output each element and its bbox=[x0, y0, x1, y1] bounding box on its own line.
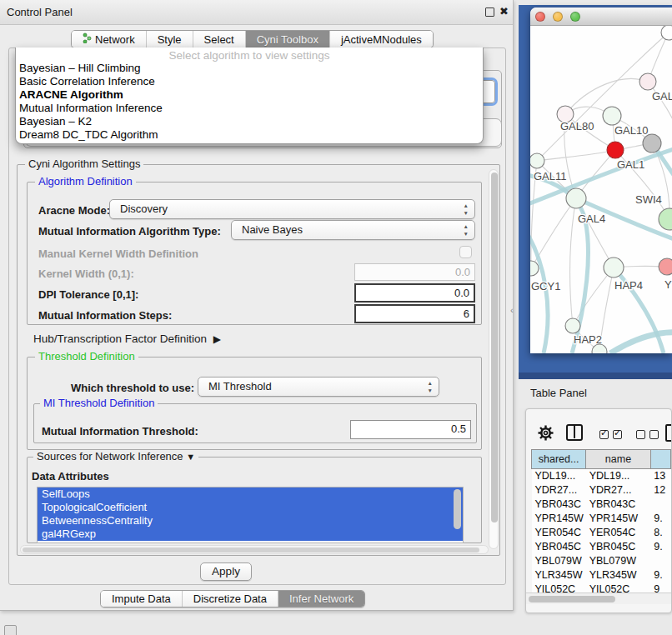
select-all-icon[interactable]: ✓ bbox=[613, 430, 622, 439]
table-cell[interactable]: YBL079W bbox=[532, 554, 586, 568]
table-cell[interactable]: 8. bbox=[650, 526, 670, 540]
table-cell[interactable]: YBL079W bbox=[586, 554, 651, 568]
data-attributes-list[interactable]: SelfLoopsTopologicalCoefficientBetweenne… bbox=[37, 487, 464, 543]
table-cell[interactable]: 9. bbox=[650, 568, 670, 582]
table-cell[interactable]: YBR045C bbox=[532, 540, 586, 554]
tab-cyni-toolbox[interactable]: Cyni Toolbox bbox=[246, 31, 330, 48]
network-node-gal[interactable] bbox=[639, 73, 656, 90]
network-node[interactable] bbox=[607, 142, 624, 158]
algorithm-option[interactable]: Bayesian – K2 bbox=[16, 115, 483, 128]
algorithm-option[interactable]: Dream8 DC_TDC Algorithm bbox=[16, 128, 483, 142]
table-horizontal-scrollbar[interactable] bbox=[526, 592, 671, 604]
table-cell[interactable]: YLR345W bbox=[532, 568, 586, 582]
tab-infer-network[interactable]: Infer Network bbox=[278, 591, 364, 607]
network-window[interactable]: GALGAL80GAL10GAL11GAL4HAP4GCY1HAP2GAL1SW… bbox=[530, 8, 672, 353]
attribute-item[interactable]: TopologicalCoefficient bbox=[38, 501, 463, 514]
table-cell[interactable]: YBR045C bbox=[586, 540, 651, 554]
network-node-hap2[interactable] bbox=[565, 318, 580, 333]
mac-close-icon[interactable] bbox=[535, 12, 545, 22]
attribute-item[interactable]: SelfLoops bbox=[38, 488, 463, 501]
mac-zoom-icon[interactable] bbox=[570, 12, 580, 22]
table-cell[interactable]: 12 bbox=[650, 483, 670, 498]
table-cell[interactable]: 9. bbox=[650, 540, 670, 554]
table-row[interactable]: YBR043CYBR043C bbox=[532, 498, 671, 512]
network-node[interactable] bbox=[643, 134, 661, 152]
table-hscrollbar-thumb[interactable] bbox=[529, 596, 615, 602]
split-pane-collapse-icon[interactable]: ‹ bbox=[510, 305, 514, 315]
table-row[interactable]: YDR27...YDR27...12 bbox=[532, 483, 671, 498]
network-node[interactable] bbox=[659, 258, 672, 275]
dpi-tolerance-field[interactable]: 0.0 bbox=[354, 283, 475, 302]
table-cell[interactable]: YDR27... bbox=[532, 483, 586, 498]
algorithm-option[interactable]: Basic Correlation Inference bbox=[16, 75, 483, 88]
attribute-item[interactable]: BetweennessCentrality bbox=[38, 514, 463, 528]
tab-jactivemnodules[interactable]: jActiveMNodules bbox=[330, 31, 433, 48]
tab-discretize-data[interactable]: Discretize Data bbox=[183, 591, 278, 607]
table-row[interactable]: YDL19...YDL19...13 bbox=[532, 469, 671, 483]
aracne-mode-select[interactable]: Discovery ▲▼ bbox=[109, 199, 475, 219]
table-cell[interactable]: YDL19... bbox=[586, 469, 651, 483]
table-cell[interactable] bbox=[650, 498, 670, 512]
tab-network[interactable]: Network bbox=[72, 31, 147, 48]
mi-algorithm-type-select[interactable]: Naive Bayes ▲▼ bbox=[231, 220, 475, 240]
manual-kernel-checkbox[interactable] bbox=[459, 246, 472, 258]
table-row[interactable]: YER054CYER054C8. bbox=[532, 526, 671, 540]
mi-threshold-field[interactable]: 0.5 bbox=[350, 420, 471, 439]
algorithm-option[interactable]: ARACNE Algorithm bbox=[16, 88, 483, 102]
which-threshold-select[interactable]: MI Threshold ▲▼ bbox=[198, 377, 439, 397]
tab-style[interactable]: Style bbox=[147, 31, 193, 48]
import-table-icon[interactable] bbox=[665, 424, 672, 442]
settings-vertical-scrollbar[interactable] bbox=[489, 169, 499, 549]
select-all-icon[interactable]: ✓ bbox=[599, 430, 609, 439]
network-node-gal11[interactable] bbox=[530, 153, 544, 168]
float-window-icon[interactable] bbox=[485, 8, 494, 17]
tab-select[interactable]: Select bbox=[193, 31, 246, 48]
column-header-name[interactable]: name bbox=[586, 450, 651, 469]
table-cell[interactable]: YLR345W bbox=[586, 568, 651, 582]
table-cell[interactable]: YPR145W bbox=[586, 512, 651, 526]
network-node-gal4[interactable] bbox=[566, 188, 586, 208]
network-node-gcy1[interactable] bbox=[530, 261, 539, 276]
deselect-all-icon[interactable] bbox=[649, 430, 659, 439]
close-icon[interactable]: ✖ bbox=[499, 5, 509, 18]
table-cell[interactable]: YDR27... bbox=[586, 483, 651, 498]
table-cell[interactable]: YPR145W bbox=[532, 512, 586, 526]
column-header-shared[interactable]: shared... bbox=[532, 450, 586, 469]
table-cell[interactable]: 9. bbox=[650, 512, 670, 526]
attribute-item[interactable]: gal4RGexp bbox=[38, 528, 463, 541]
deselect-all-icon[interactable] bbox=[636, 430, 645, 439]
settings-hscrollbar-thumb[interactable] bbox=[23, 548, 479, 552]
sources-group-title[interactable]: Sources for Network Inference ▼ bbox=[33, 451, 198, 462]
hub-definition-expander[interactable]: Hub/Transcription Factor Definition ▶ bbox=[33, 332, 218, 345]
table-cell[interactable]: YER054C bbox=[586, 526, 651, 540]
table-cell[interactable]: YBR043C bbox=[532, 498, 586, 512]
table-cell[interactable]: YDL19... bbox=[532, 469, 586, 483]
table-cell[interactable]: YER054C bbox=[532, 526, 586, 540]
split-columns-icon[interactable] bbox=[566, 424, 583, 441]
network-node-gal10[interactable] bbox=[603, 107, 621, 125]
column-header[interactable] bbox=[650, 450, 670, 469]
settings-gear-icon[interactable] bbox=[538, 425, 554, 441]
table-cell[interactable]: 13 bbox=[650, 469, 670, 483]
network-node-hap4[interactable] bbox=[604, 258, 624, 278]
window-title: Control Panel bbox=[7, 6, 73, 18]
network-canvas[interactable]: GALGAL80GAL10GAL11GAL4HAP4GCY1HAP2GAL1SW… bbox=[530, 26, 672, 353]
settings-horizontal-scrollbar[interactable] bbox=[20, 545, 489, 554]
settings-scrollbar-thumb[interactable] bbox=[491, 172, 498, 522]
attributes-scrollbar-thumb[interactable] bbox=[454, 489, 461, 529]
window-grip-icon[interactable] bbox=[4, 625, 17, 635]
tab-impute-data[interactable]: Impute Data bbox=[101, 591, 183, 607]
table-cell[interactable] bbox=[650, 554, 670, 568]
table-cell[interactable]: YBR043C bbox=[586, 498, 651, 512]
algorithm-option[interactable]: Mutual Information Inference bbox=[16, 102, 483, 115]
network-node[interactable] bbox=[659, 208, 672, 230]
mac-minimize-icon[interactable] bbox=[553, 12, 563, 22]
apply-button[interactable]: Apply bbox=[200, 562, 252, 581]
mi-steps-field[interactable]: 6 bbox=[354, 304, 475, 323]
table-row[interactable]: YBR045CYBR045C9. bbox=[532, 540, 671, 554]
table-row[interactable]: YPR145WYPR145W9. bbox=[532, 512, 671, 526]
table-row[interactable]: YBL079WYBL079W bbox=[532, 554, 671, 568]
table-row[interactable]: YLR345WYLR345W9. bbox=[532, 568, 671, 582]
algorithm-option[interactable]: Bayesian – Hill Climbing bbox=[16, 62, 483, 75]
kernel-width-field[interactable]: 0.0 bbox=[354, 263, 475, 281]
